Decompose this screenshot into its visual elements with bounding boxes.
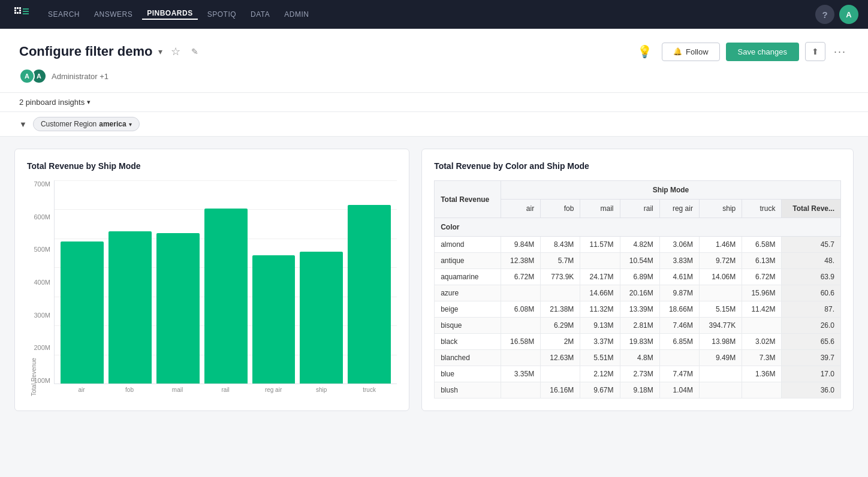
table-cell <box>580 253 620 269</box>
help-button[interactable]: ? <box>815 5 834 24</box>
table-cell: 4.82M <box>620 237 659 253</box>
chart-title: Total Revenue by Ship Mode <box>27 161 397 171</box>
table-cell: 13.39M <box>620 301 659 318</box>
svg-rect-6 <box>17 12 19 14</box>
filter-chip-value: america <box>99 120 126 128</box>
nav-spotiq[interactable]: SPOTIQ <box>203 10 241 19</box>
more-button[interactable]: ··· <box>831 43 849 61</box>
table-cell: 39.7 <box>782 350 841 366</box>
table-cell: 8.43M <box>541 237 580 253</box>
bar-regair[interactable] <box>252 255 296 384</box>
table-cell: 3.37M <box>580 334 620 350</box>
table-cell: 19.83M <box>620 334 659 350</box>
page-header: Configure filter demo ▾ ☆ ✎ 💡 🔔 Follow S… <box>0 29 868 93</box>
bar-air[interactable] <box>61 241 104 384</box>
nav-pinboards[interactable]: PINBOARDS <box>142 9 198 20</box>
table-cell: 6.89M <box>620 269 659 285</box>
filter-chip-prefix: Customer Region <box>41 120 97 128</box>
x-label-ship: ship <box>300 387 343 396</box>
svg-rect-5 <box>14 12 16 14</box>
logo[interactable] <box>10 2 34 26</box>
svg-rect-3 <box>14 10 16 11</box>
table-row: antique12.38M5.7M10.54M3.83M9.72M6.13M48… <box>435 253 841 269</box>
star-button[interactable]: ☆ <box>168 44 183 59</box>
svg-rect-1 <box>17 7 19 9</box>
lightbulb-button[interactable]: 💡 <box>634 41 656 62</box>
svg-rect-9 <box>23 11 29 12</box>
table-cell <box>501 318 540 334</box>
table-cell <box>501 285 540 301</box>
header-actions: 💡 🔔 Follow Save changes ⬆ ··· <box>634 41 849 62</box>
page-title-area: Configure filter demo ▾ ☆ ✎ <box>19 44 201 59</box>
share-button[interactable]: ⬆ <box>805 42 825 61</box>
bar-mail[interactable] <box>156 233 200 384</box>
table-cell <box>541 366 580 382</box>
table-cell: 4.8M <box>620 350 659 366</box>
nav-data[interactable]: DATA <box>246 10 275 19</box>
table-cell: 13.98M <box>699 334 742 350</box>
table-cell: 9.49M <box>699 350 742 366</box>
table-cell: 1.46M <box>699 237 742 253</box>
table-cell: 3.06M <box>659 237 699 253</box>
table-cell: 14.66M <box>580 285 620 301</box>
chart-panel: Total Revenue by Ship Mode 700M 600M 500… <box>14 149 409 411</box>
bar-fob[interactable] <box>108 231 152 384</box>
table-row: bisque6.29M9.13M2.81M7.46M394.77K26.0 <box>435 318 841 334</box>
nav-admin[interactable]: ADMIN <box>279 10 314 19</box>
bar-rail[interactable] <box>204 209 248 384</box>
table-cell: 45.7 <box>782 237 841 253</box>
bar-truck[interactable] <box>348 205 391 384</box>
table-cell: beige <box>435 301 501 318</box>
col-header-ship-mode: Ship Mode <box>501 181 840 200</box>
table-cell: blush <box>435 382 501 398</box>
nav-answers[interactable]: ANSWERS <box>89 10 137 19</box>
th-mail: mail <box>580 200 620 218</box>
svg-rect-2 <box>19 7 21 9</box>
table-cell: 6.13M <box>742 253 782 269</box>
filter-chip[interactable]: Customer Region america ▾ <box>33 117 140 131</box>
table-cell: 11.42M <box>742 301 782 318</box>
follow-button[interactable]: 🔔 Follow <box>662 43 720 61</box>
table-cell: black <box>435 334 501 350</box>
user-avatar-nav[interactable]: A <box>839 5 858 24</box>
table-cell <box>501 350 540 366</box>
table-cell: 21.38M <box>541 301 580 318</box>
th-fob: fob <box>541 200 580 218</box>
bar-ship[interactable] <box>300 252 343 384</box>
edit-button[interactable]: ✎ <box>189 46 201 58</box>
page-owner: Administrator +1 <box>52 72 108 81</box>
table-cell <box>699 366 742 382</box>
insights-label[interactable]: 2 pinboard insights ▾ <box>19 98 849 107</box>
save-button[interactable]: Save changes <box>726 43 799 61</box>
table-row: azure14.66M20.16M9.87M15.96M60.6 <box>435 285 841 301</box>
table-cell: 5.51M <box>580 350 620 366</box>
table-cell: 9.18M <box>620 382 659 398</box>
revenue-table: Total Revenue Ship Mode air fob mail rai… <box>434 180 841 398</box>
table-cell: 1.04M <box>659 382 699 398</box>
nav-search[interactable]: SEARCH <box>43 10 85 19</box>
table-cell: 65.6 <box>782 334 841 350</box>
table-cell: 2M <box>541 334 580 350</box>
title-caret[interactable]: ▾ <box>158 47 162 56</box>
table-cell: antique <box>435 253 501 269</box>
table-row: blanched12.63M5.51M4.8M9.49M7.3M39.7 <box>435 350 841 366</box>
table-cell: blanched <box>435 350 501 366</box>
table-cell: 60.6 <box>782 285 841 301</box>
table-cell <box>501 382 540 398</box>
table-cell: 4.61M <box>659 269 699 285</box>
table-header-row-1: Total Revenue Ship Mode <box>435 181 841 200</box>
y-axis-title: Total Revenue <box>31 180 37 396</box>
table-row: almond9.84M8.43M11.57M4.82M3.06M1.46M6.5… <box>435 237 841 253</box>
x-label-regair: reg air <box>252 387 295 396</box>
table-row: aquamarine6.72M773.9K24.17M6.89M4.61M14.… <box>435 269 841 285</box>
table-cell: 12.38M <box>501 253 540 269</box>
avatar-stack: A A <box>19 68 47 84</box>
x-label-fob: fob <box>108 387 151 396</box>
table-row: beige6.08M21.38M11.32M13.39M18.66M5.15M1… <box>435 301 841 318</box>
table-cell <box>742 318 782 334</box>
table-cell: 6.72M <box>501 269 540 285</box>
table-cell: 3.02M <box>742 334 782 350</box>
table-cell: 11.57M <box>580 237 620 253</box>
insights-bar: 2 pinboard insights ▾ <box>0 93 868 112</box>
table-cell: blue <box>435 366 501 382</box>
